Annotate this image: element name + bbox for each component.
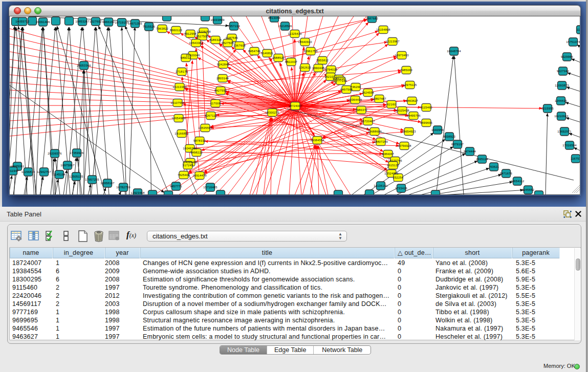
svg-text:8454749: 8454749 [248, 50, 260, 53]
svg-text:14495796: 14495796 [406, 114, 420, 117]
svg-text:19384554: 19384554 [310, 139, 324, 142]
svg-text:10543382: 10543382 [189, 41, 203, 45]
svg-text:11156819: 11156819 [21, 170, 35, 173]
svg-text:11325419: 11325419 [288, 32, 302, 35]
svg-text:14136141: 14136141 [374, 184, 387, 187]
svg-text:117006: 117006 [210, 102, 221, 105]
svg-text:19166852: 19166852 [175, 132, 188, 135]
svg-text:9115460: 9115460 [420, 106, 432, 109]
svg-text:20053346: 20053346 [77, 64, 91, 67]
svg-text:9527505: 9527505 [222, 41, 234, 45]
svg-text:18300275: 18300275 [265, 111, 279, 114]
svg-text:9474444: 9474444 [464, 150, 476, 153]
svg-text:20091406: 20091406 [36, 20, 50, 24]
svg-text:18807249: 18807249 [374, 140, 387, 143]
svg-text:8813054: 8813054 [268, 16, 281, 19]
svg-text:10958107: 10958107 [100, 182, 114, 185]
svg-text:2935114: 2935114 [476, 158, 488, 161]
svg-text:15716485: 15716485 [203, 186, 217, 189]
svg-text:7963822: 7963822 [156, 27, 168, 30]
svg-text:16782759: 16782759 [116, 186, 130, 189]
svg-text:10961758: 10961758 [303, 50, 317, 53]
svg-text:317245: 317245 [183, 164, 193, 167]
svg-text:7625402: 7625402 [178, 173, 190, 177]
svg-text:13226058: 13226058 [197, 30, 210, 33]
svg-text:1362615: 1362615 [299, 66, 311, 69]
svg-text:5498222: 5498222 [190, 151, 203, 154]
svg-text:8938923: 8938923 [443, 135, 455, 138]
svg-text:1640954: 1640954 [431, 128, 444, 132]
svg-text:8822037: 8822037 [285, 60, 297, 63]
svg-text:9777169: 9777169 [335, 79, 347, 82]
svg-text:9699695: 9699695 [420, 121, 432, 124]
svg-text:9457771: 9457771 [170, 185, 182, 188]
svg-text:1244415: 1244415 [555, 99, 567, 102]
svg-text:16648784: 16648784 [447, 50, 461, 53]
svg-text:1588520: 1588520 [272, 56, 285, 59]
svg-text:7955812: 7955812 [316, 59, 329, 62]
svg-text:6879197: 6879197 [451, 143, 464, 146]
svg-text:5878332: 5878332 [193, 139, 206, 142]
svg-text:9084067: 9084067 [382, 152, 394, 156]
svg-text:3911947: 3911947 [10, 169, 19, 172]
svg-text:16914479: 16914479 [192, 174, 206, 177]
svg-text:17016504: 17016504 [562, 144, 577, 147]
svg-text:7515526: 7515526 [143, 25, 155, 28]
svg-text:12942757: 12942757 [37, 170, 51, 173]
svg-text:19654923: 19654923 [402, 130, 416, 133]
svg-text:15720407: 15720407 [361, 120, 375, 123]
svg-text:12213369: 12213369 [172, 85, 186, 89]
svg-text:17359926: 17359926 [70, 151, 83, 155]
svg-text:116753: 116753 [571, 157, 580, 160]
svg-text:16046766: 16046766 [183, 147, 197, 150]
svg-text:1733426: 1733426 [395, 187, 407, 190]
svg-text:6466160: 6466160 [102, 20, 115, 24]
svg-text:8215955: 8215955 [541, 107, 554, 110]
svg-text:9146821: 9146821 [261, 52, 273, 55]
svg-text:7986372: 7986372 [355, 108, 367, 112]
svg-text:12923468: 12923468 [130, 191, 144, 194]
svg-text:10688609: 10688609 [367, 130, 381, 133]
svg-text:8660123: 8660123 [170, 29, 182, 32]
svg-text:13524851: 13524851 [384, 172, 398, 175]
svg-text:989012: 989012 [181, 56, 191, 59]
svg-text:12093873: 12093873 [555, 84, 569, 87]
svg-text:2803144: 2803144 [216, 77, 229, 80]
svg-text:15751074: 15751074 [566, 40, 580, 43]
svg-text:7485063: 7485063 [400, 69, 412, 72]
svg-text:763621: 763621 [489, 165, 499, 168]
svg-text:9227342: 9227342 [557, 70, 569, 73]
svg-text:10719155: 10719155 [115, 21, 128, 24]
svg-text:13692971: 13692971 [557, 130, 571, 133]
svg-text:20206576: 20206576 [48, 152, 61, 155]
svg-text:8471676: 8471676 [500, 172, 512, 175]
svg-text:1527602: 1527602 [90, 20, 102, 23]
svg-text:1145194: 1145194 [53, 173, 66, 176]
svg-text:2718176: 2718176 [176, 70, 188, 73]
svg-text:13535594: 13535594 [198, 126, 212, 129]
svg-text:8267110: 8267110 [205, 114, 217, 117]
svg-text:9242848: 9242848 [217, 63, 229, 66]
svg-text:8912954: 8912954 [184, 32, 197, 35]
svg-text:20364436: 20364436 [348, 98, 362, 101]
svg-text:18035061: 18035061 [10, 165, 24, 168]
svg-text:9187546: 9187546 [226, 36, 238, 39]
svg-text:16033809: 16033809 [210, 18, 224, 21]
svg-text:14055712: 14055712 [15, 20, 29, 23]
svg-text:6794028: 6794028 [325, 68, 337, 71]
svg-text:14120746: 14120746 [388, 159, 402, 162]
svg-text:2367608: 2367608 [233, 44, 246, 47]
svg-text:12975115: 12975115 [403, 83, 417, 86]
svg-text:10025438: 10025438 [395, 109, 409, 112]
svg-text:1615132: 1615132 [387, 164, 399, 167]
svg-text:9329966: 9329966 [561, 55, 573, 58]
svg-text:252254: 252254 [393, 176, 404, 179]
svg-text:10107554: 10107554 [170, 101, 185, 104]
svg-text:746266: 746266 [351, 85, 361, 89]
svg-text:10807487: 10807487 [372, 97, 386, 100]
svg-text:9527500: 9527500 [196, 35, 208, 38]
svg-text:18640910: 18640910 [298, 40, 312, 43]
svg-text:17957255: 17957255 [85, 178, 99, 181]
svg-text:2687682: 2687682 [366, 17, 378, 20]
svg-text:10973493: 10973493 [395, 54, 408, 57]
